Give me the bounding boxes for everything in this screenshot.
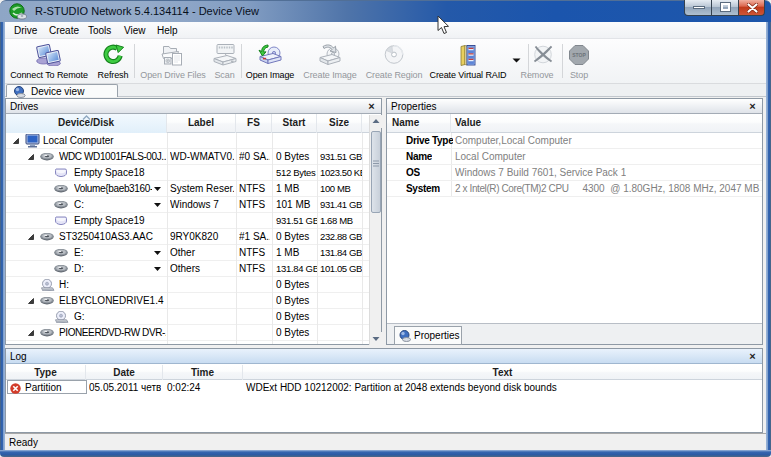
svg-text:STOP: STOP (572, 52, 586, 58)
